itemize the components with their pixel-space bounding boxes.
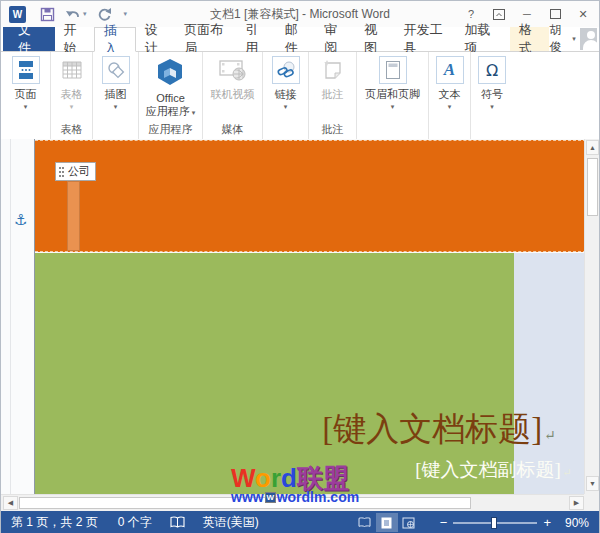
tab-file[interactable]: 文件 (3, 27, 55, 51)
ribbon-insert-tab-content: 页面 ▾ 表格 ▾ 表格 (1, 52, 599, 139)
user-caret-icon: ▾ (572, 35, 576, 43)
ribbon-group-comments: 批注 批注 (309, 52, 357, 139)
ribbon-group-tables: 表格 ▾ 表格 (51, 52, 93, 139)
horizontal-scroll-thumb[interactable] (19, 497, 471, 509)
scrollbar-corner (584, 494, 599, 511)
undo-icon (65, 8, 81, 21)
cover-orange-band[interactable]: 公司 (35, 140, 586, 252)
vertical-scrollbar[interactable]: ▲ ▼ (584, 139, 599, 494)
office-apps-cube-icon (153, 56, 187, 88)
redo-button[interactable] (97, 7, 112, 21)
zoom-slider-thumb[interactable] (491, 517, 497, 529)
word-app-icon[interactable]: W (9, 6, 26, 23)
user-account-area[interactable]: 胡俊 ▾ (549, 27, 599, 51)
document-viewport[interactable]: ⚓ 公司 [键入文档标题]↵ [键入文档副标题]↵ (1, 139, 586, 494)
language-status[interactable]: 英语(美国) (193, 514, 269, 531)
read-mode-view-button[interactable] (354, 513, 376, 532)
illustrations-button[interactable]: 插图 ▾ (98, 56, 134, 139)
ribbon-group-illustrations: 插图 ▾ (93, 52, 139, 139)
pages-button[interactable]: 页面 ▾ (8, 56, 44, 139)
header-footer-dropdown-icon: ▾ (391, 103, 395, 111)
status-bar-right: − + 90% (354, 513, 599, 532)
ribbon-group-pages: 页面 ▾ (1, 52, 51, 139)
ribbon-group-apps: Office 应用程序▾ 应用程序 (139, 52, 203, 139)
tab-design[interactable]: 设计 (136, 27, 176, 51)
table-icon (57, 56, 87, 84)
tab-home[interactable]: 开始 (55, 27, 95, 51)
omega-icon: Ω (478, 56, 506, 84)
close-button[interactable]: ✕ (571, 4, 595, 24)
company-content-control[interactable]: 公司 (55, 162, 96, 181)
user-name: 胡俊 (549, 22, 568, 56)
tab-references[interactable]: 引用 (236, 27, 276, 51)
zoom-slider[interactable] (453, 522, 537, 524)
undo-button[interactable]: ▾ (65, 8, 87, 21)
user-avatar[interactable] (580, 28, 597, 50)
proofing-status-button[interactable] (162, 516, 193, 529)
comment-note-icon (318, 56, 348, 84)
tab-addins[interactable]: 加载项 (456, 27, 506, 51)
office-apps-dropdown-icon: ▾ (192, 109, 196, 116)
customize-qat-button[interactable]: ▾ (122, 10, 128, 18)
header-footer-icon (379, 56, 407, 84)
redo-icon (97, 7, 112, 21)
scroll-right-icon[interactable]: ▶ (569, 496, 584, 510)
document-title-placeholder[interactable]: [键入文档标题]↵ (116, 407, 556, 452)
text-dropdown-icon: ▾ (448, 103, 452, 111)
tab-review[interactable]: 审阅 (315, 27, 355, 51)
web-layout-icon (402, 517, 415, 529)
ribbon-group-links: 链接 ▾ (263, 52, 309, 139)
group-caption-apps: 应用程序 (139, 122, 202, 137)
ribbon-group-media: 联机视频 媒体 (203, 52, 263, 139)
maximize-button[interactable] (543, 4, 567, 24)
shapes-icon (102, 56, 130, 84)
print-layout-view-button[interactable] (376, 513, 398, 532)
zoom-in-button[interactable]: + (537, 515, 557, 530)
ribbon-group-symbols: Ω 符号 ▾ (471, 52, 513, 139)
tab-page-layout[interactable]: 页面布局 (175, 27, 236, 51)
links-button[interactable]: 链接 ▾ (268, 56, 304, 139)
header-footer-button[interactable]: 页眉和页脚 ▾ (361, 56, 424, 139)
document-subtitle-placeholder[interactable]: [键入文档副标题]↵ (132, 457, 572, 483)
tab-format-contextual[interactable]: 格式 (510, 27, 550, 51)
vertical-scroll-thumb[interactable] (587, 158, 598, 216)
drag-handle-icon[interactable] (59, 167, 61, 169)
company-tag-label: 公司 (68, 165, 90, 177)
horizontal-scrollbar[interactable]: ◀ ▶ (1, 494, 586, 511)
word-window: W ▾ (0, 0, 600, 533)
links-dropdown-icon: ▾ (284, 103, 288, 111)
word-count-status[interactable]: 0 个字 (108, 514, 162, 531)
pages-icon (12, 56, 40, 84)
paragraph-mark-icon: ↵ (544, 428, 556, 443)
read-mode-icon (358, 517, 371, 528)
illustrations-dropdown-icon: ▾ (114, 103, 118, 111)
anchor-icon: ⚓ (14, 211, 27, 229)
tab-mailings[interactable]: 邮件 (276, 27, 316, 51)
group-caption-comments: 批注 (309, 122, 356, 137)
scroll-left-icon[interactable]: ◀ (3, 496, 18, 510)
zoom-out-button[interactable]: − (434, 515, 454, 530)
page-left-margin: ⚓ (1, 139, 35, 494)
ribbon-display-icon (493, 9, 505, 20)
table-dropdown-icon: ▾ (70, 103, 74, 111)
ribbon-group-header-footer: 页眉和页脚 ▾ (357, 52, 429, 139)
save-icon (40, 7, 55, 22)
symbols-dropdown-icon: ▾ (490, 103, 494, 111)
save-button[interactable] (40, 7, 55, 22)
text-button[interactable]: A 文本 ▾ (432, 56, 468, 139)
text-placeholder-cursor[interactable] (67, 181, 80, 251)
tab-insert[interactable]: 插入 (94, 27, 136, 52)
symbols-button[interactable]: Ω 符号 ▾ (474, 56, 510, 139)
group-caption-tables: 表格 (51, 122, 92, 137)
scroll-up-icon[interactable]: ▲ (586, 140, 599, 155)
maximize-icon (550, 9, 561, 19)
ribbon-tab-row: 文件 开始 插入 设计 页面布局 引用 邮件 审阅 视图 开发工具 加载项 格式… (1, 27, 599, 52)
tab-view[interactable]: 视图 (355, 27, 395, 51)
page-number-status[interactable]: 第 1 页，共 2 页 (1, 514, 108, 531)
tab-developer[interactable]: 开发工具 (394, 27, 455, 51)
zoom-percentage[interactable]: 90% (557, 516, 599, 530)
web-layout-view-button[interactable] (398, 513, 420, 532)
scroll-down-icon[interactable]: ▼ (586, 476, 599, 491)
ribbon-group-text: A 文本 ▾ (429, 52, 471, 139)
status-bar: 第 1 页，共 2 页 0 个字 英语(美国) (1, 511, 599, 533)
